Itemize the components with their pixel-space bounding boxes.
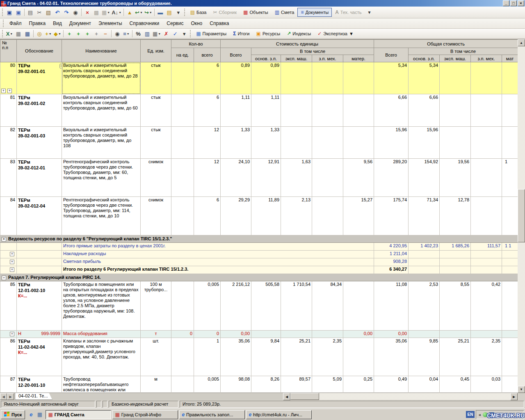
cell-unit-cost-3[interactable] — [312, 94, 343, 127]
cell-total-cut[interactable] — [502, 331, 518, 338]
dropdown-arrow-icon[interactable]: ▼ — [349, 31, 354, 36]
cell-unit-cost-1[interactable]: 9,84 — [251, 338, 281, 376]
doc-button-Индексы[interactable]: ↗Индексы — [283, 29, 314, 38]
dropdown-arrow-icon[interactable]: ▼ — [127, 32, 130, 35]
cell-total-2[interactable] — [440, 94, 471, 127]
cell-total-2[interactable] — [440, 331, 471, 338]
find-norm-icon[interactable]: ◎ — [35, 29, 44, 38]
cell-unit-cost-2[interactable]: 89,57 — [281, 376, 312, 393]
find-icon[interactable]: ◉ — [71, 8, 80, 17]
cell-name[interactable]: Клапаны и заслонки с рычажным приводом, … — [62, 338, 141, 376]
menu-item-8[interactable]: Окно — [187, 19, 206, 28]
cell-total-cut[interactable] — [502, 281, 518, 331]
cell-unit-cost-4[interactable] — [343, 62, 374, 94]
cell-total-3[interactable] — [471, 331, 502, 338]
cell-unit-cost-3[interactable] — [312, 62, 343, 94]
cell-qty-total[interactable]: 0,005 — [194, 281, 221, 331]
undo-icon[interactable]: ↶ — [53, 8, 62, 17]
toolbar-grip[interactable] — [2, 30, 4, 37]
cell-justification[interactable]: ТЕРм39-02-001-01 — [17, 62, 62, 94]
percent-icon[interactable]: % — [134, 29, 143, 38]
cell-unit-cost-0[interactable]: 0,00 — [221, 331, 251, 338]
list-view-icon[interactable]: ≡▼ — [122, 29, 131, 38]
cut-icon[interactable]: ✂ — [35, 8, 44, 17]
table-row[interactable]: +Накладные расходы1 211,04 — [0, 251, 518, 258]
cell-unit-cost-2[interactable] — [281, 94, 312, 127]
cell-justification[interactable]: ТЕРм11-02-042-04К=... — [17, 338, 62, 376]
cell-num[interactable]: 84 — [0, 197, 17, 235]
tab-nav-right-icon[interactable]: ▶ — [7, 393, 14, 400]
cell-total-0[interactable]: 1 211,04 — [374, 251, 409, 258]
menu-item-7[interactable]: Сервис — [163, 19, 187, 28]
toolbar-grip[interactable] — [184, 9, 186, 16]
cell-unit-cost-0[interactable]: 35,06 — [221, 338, 251, 376]
cell-total-0[interactable]: 0,00 — [374, 331, 409, 338]
cell-total-2[interactable]: 12,78 — [440, 197, 471, 235]
cell-qty-total[interactable]: 12 — [194, 159, 221, 197]
cell-total-3[interactable]: 2,35 — [471, 338, 502, 376]
toolbar-overflow-icon[interactable]: ▾ — [180, 29, 189, 38]
cell-qty-per[interactable] — [171, 159, 194, 197]
cell-qty-total[interactable]: 1 — [194, 338, 221, 376]
cell-unit-cost-1[interactable]: 1,33 — [251, 127, 281, 159]
cell-expand[interactable] — [0, 243, 17, 251]
cell-unit-cost-2[interactable]: 2,13 — [281, 197, 312, 235]
menu-item-5[interactable]: Элементы — [95, 19, 126, 28]
horizontal-scroll-thumb[interactable] — [290, 393, 319, 400]
cell-total-0[interactable]: 11,08 — [374, 281, 409, 331]
cell-total-0[interactable]: 35,06 — [374, 338, 409, 376]
cell-total-3[interactable] — [471, 127, 502, 159]
cell-total-1[interactable]: 71,34 — [409, 197, 440, 235]
cell-expand[interactable]: + — [0, 258, 17, 266]
vertical-scroll-track[interactable] — [518, 46, 525, 386]
add-disabled-icon[interactable]: + — [92, 29, 101, 38]
cell-justification[interactable] — [17, 258, 62, 266]
taskbar-task-button[interactable]: eПравильность запол... — [179, 410, 245, 419]
dropdown-arrow-icon[interactable]: ▼ — [49, 32, 52, 35]
cell-unit-cost-0[interactable]: 29,29 — [221, 197, 251, 235]
cell-name[interactable]: Рентгенографический контроль трубопровод… — [62, 197, 141, 235]
cell-num[interactable]: 87 — [0, 376, 17, 393]
cell-expand[interactable]: + — [0, 251, 17, 258]
cell-total-1[interactable]: 6,66 — [409, 94, 440, 127]
cell-total-3[interactable] — [471, 94, 502, 127]
table-row[interactable]: 80++ТЕРм39-02-001-01Визуальный и измерит… — [0, 62, 518, 94]
cell-unit-cost-1[interactable]: 12,91 — [251, 159, 281, 197]
calculator-icon[interactable]: ▦ — [23, 29, 32, 38]
expand-toggle-icon[interactable]: + — [10, 332, 14, 336]
notes-icon[interactable]: ▤ — [165, 8, 174, 17]
cell-unit-cost-3[interactable] — [312, 197, 343, 235]
cell-qty-per[interactable] — [171, 127, 194, 159]
redo-icon[interactable]: ↷ — [62, 8, 71, 17]
cell-total-3[interactable]: 0,03 — [471, 376, 502, 393]
toolbar-grip[interactable] — [2, 9, 4, 16]
cell-qty-per[interactable] — [171, 62, 194, 94]
cell-total-cut[interactable] — [502, 62, 518, 94]
cell-qty-per[interactable] — [171, 94, 194, 127]
cell-total-cut[interactable] — [502, 266, 518, 274]
doc-button-Экспертиза[interactable]: ✓Экспертиза▼ — [314, 29, 357, 38]
cell-total-1[interactable]: 5,34 — [409, 62, 440, 94]
cell-name[interactable]: Трубопроводы в помещениях или на открыты… — [62, 281, 141, 331]
horizontal-scroll-track[interactable] — [319, 393, 510, 400]
cell-total-cut[interactable]: 1 1 — [502, 243, 518, 251]
cell-total-2[interactable]: 1 685,26 — [440, 243, 471, 251]
cell-total-2[interactable] — [440, 266, 471, 274]
cell-unit-cost-1[interactable]: 1,11 — [251, 94, 281, 127]
cell-justification[interactable]: ТЕРм39-02-001-02 — [17, 94, 62, 127]
dropdown-arrow-icon[interactable]: ▼ — [58, 32, 61, 35]
dropdown-arrow-icon[interactable]: ▼ — [140, 11, 143, 14]
cell-total-0[interactable]: 289,20 — [374, 159, 409, 197]
cell-unit-cost-0[interactable]: 0,89 — [221, 62, 251, 94]
cell-total-3[interactable] — [471, 62, 502, 94]
cell-unit[interactable]: 100 м трубопро... — [141, 281, 171, 331]
expand-toggle-icon[interactable]: + — [10, 260, 14, 264]
table-row[interactable]: 81ТЕРм39-02-001-02Визуальный и измерител… — [0, 94, 518, 127]
vertical-scrollbar[interactable]: ▲ ▼ — [518, 39, 525, 393]
cell-total-cut[interactable] — [502, 338, 518, 376]
cell-total-1[interactable] — [409, 331, 440, 338]
cell-unit-cost-4[interactable]: 0,00 — [343, 331, 374, 338]
table-row[interactable]: + Ведомость ресурсов по разделу 6 "Регул… — [0, 235, 518, 243]
cell-unit-cost-3[interactable]: 5,09 — [312, 376, 343, 393]
expand-toggle-icon[interactable]: + — [2, 237, 6, 242]
